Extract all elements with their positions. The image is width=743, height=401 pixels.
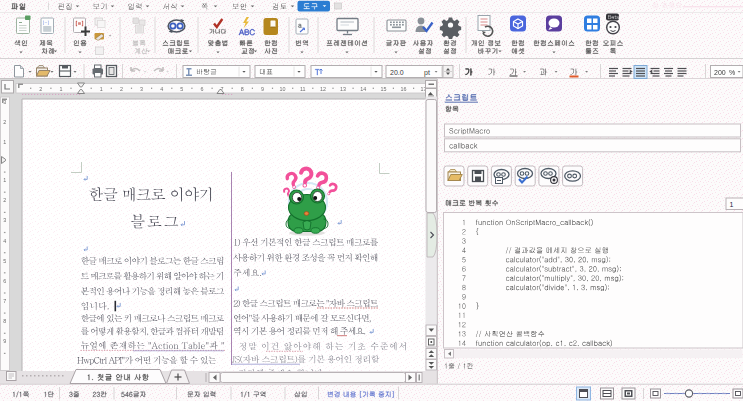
svg-text:6: 6 [201,86,204,92]
svg-text:5: 5 [180,86,183,92]
svg-text:8: 8 [3,318,6,324]
svg-text:6: 6 [3,278,6,284]
svg-text:11: 11 [300,86,306,92]
svg-text:3: 3 [140,86,143,92]
svg-text:2: 2 [39,86,42,92]
svg-text:2: 2 [3,197,6,203]
svg-text:20.0: 20.0 [390,69,404,76]
svg-text:7: 7 [3,298,6,304]
svg-text:pt: pt [424,69,430,77]
svg-text:8: 8 [241,86,244,92]
svg-text:%: % [729,69,735,76]
svg-text:14: 14 [360,86,366,92]
svg-text:2: 2 [3,119,6,125]
svg-text:2: 2 [120,86,123,92]
svg-text:5: 5 [3,258,6,264]
svg-text:4: 4 [3,238,6,244]
svg-text:15: 15 [380,86,386,92]
svg-text:10: 10 [280,86,286,92]
svg-text:9: 9 [261,86,264,92]
svg-text:4: 4 [160,86,163,92]
svg-text:3: 3 [3,99,6,105]
svg-text:200: 200 [714,69,726,76]
svg-text:1: 1 [730,201,734,208]
svg-text:13: 13 [340,86,346,92]
svg-text:1: 1 [60,86,63,92]
svg-text:1: 1 [3,139,6,145]
svg-text:9: 9 [3,338,6,344]
svg-text:1: 1 [100,86,103,92]
svg-text:1: 1 [3,177,6,183]
svg-text:3: 3 [3,217,6,223]
svg-text:12: 12 [320,86,326,92]
svg-text:16: 16 [401,86,407,92]
